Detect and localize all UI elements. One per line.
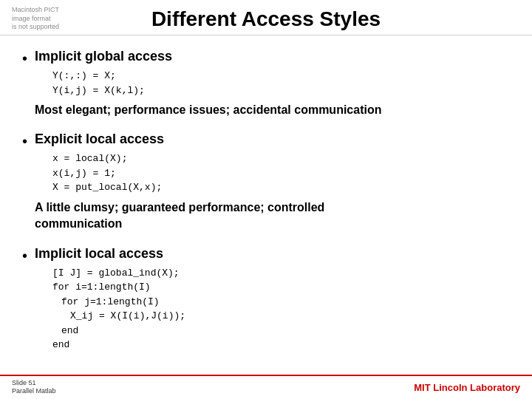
bullet-3-body: Implicit local access [I J] = global_ind…: [35, 246, 185, 357]
footer: Slide 51 Parallel Matlab MIT Lincoln Lab…: [0, 375, 532, 399]
header: Macintosh PICT image format is not suppo…: [0, 0, 532, 35]
code-line: X = put_local(X,x);: [52, 180, 324, 195]
bullet-2-body: Explicit local access x = local(X); x(i,…: [35, 132, 324, 232]
bullet-3-dot: •: [22, 248, 27, 265]
bullet-2-description: A little clumsy; guaranteed performance;…: [35, 200, 324, 233]
bullet-3-code: [I J] = global_ind(X); for i=1:length(I)…: [52, 266, 185, 352]
bullet-1-code: Y(:,:) = X; Y(i,j) = X(k,l);: [52, 69, 381, 98]
footer-slide-info: Slide 51 Parallel Matlab: [12, 379, 56, 396]
code-line: end: [52, 338, 185, 352]
main-content: • Implicit global access Y(:,:) = X; Y(i…: [0, 35, 532, 378]
footer-lab-name: MIT Lincoln Laboratory: [414, 382, 520, 393]
bullet-2-heading: Explicit local access: [35, 132, 164, 146]
page-title: Different Access Styles: [151, 7, 381, 30]
code-line: for i=1:length(I): [52, 280, 185, 295]
bullet-2-dot: •: [22, 133, 27, 150]
logo-area: Macintosh PICT image format is not suppo…: [12, 6, 78, 32]
code-line: Y(:,:) = X;: [52, 69, 381, 83]
title-area: Different Access Styles: [78, 7, 454, 31]
logo-text: Macintosh PICT image format is not suppo…: [12, 6, 59, 30]
code-line: [I J] = global_ind(X);: [52, 266, 185, 281]
bullet-item-2: • Explicit local access x = local(X); x(…: [22, 132, 510, 232]
bullet-item-1: • Implicit global access Y(:,:) = X; Y(i…: [22, 49, 510, 118]
code-line: x(i,j) = 1;: [52, 166, 324, 181]
bullet-3-heading: Implicit local access: [35, 246, 163, 261]
bullet-1-dot: •: [22, 50, 27, 67]
code-line: x = local(X);: [52, 151, 324, 166]
code-line: for j=1:length(I): [61, 295, 185, 310]
code-line: end: [61, 324, 185, 338]
bullet-1-description: Most elegant; performance issues; accide…: [35, 102, 381, 118]
bullet-2-code: x = local(X); x(i,j) = 1; X = put_local(…: [52, 151, 324, 195]
slide-label: Slide 51: [12, 379, 56, 388]
code-line: X_ij = X(I(i),J(i));: [70, 309, 185, 324]
bullet-item-3: • Implicit local access [I J] = global_i…: [22, 246, 510, 357]
code-line: Y(i,j) = X(k,l);: [52, 83, 381, 98]
bullet-1-heading: Implicit global access: [35, 49, 172, 64]
bullet-1-body: Implicit global access Y(:,:) = X; Y(i,j…: [35, 49, 381, 118]
course-label: Parallel Matlab: [12, 387, 56, 396]
